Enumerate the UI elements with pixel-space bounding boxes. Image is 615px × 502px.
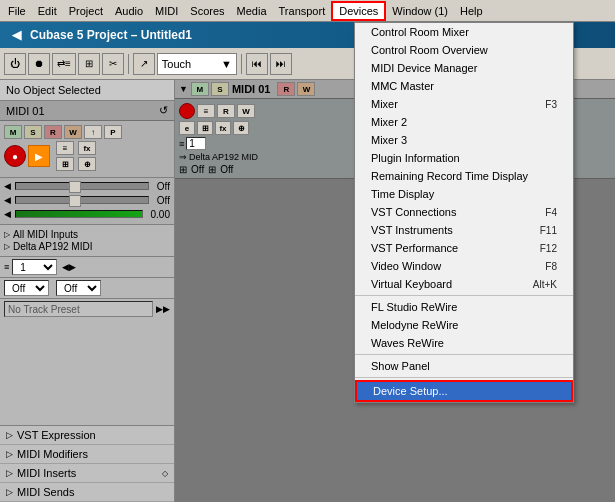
toolbar-grid-btn[interactable]: ⊞: [78, 53, 100, 75]
toolbar-routing-btn[interactable]: ⇄≡: [52, 53, 76, 75]
track-ctrl3[interactable]: fx: [215, 121, 231, 135]
track-ctrl4[interactable]: ⊕: [233, 121, 249, 135]
menu-separator-21: [355, 377, 573, 378]
midi-modifiers-row[interactable]: ▷ MIDI Modifiers: [0, 445, 174, 464]
devices-menu-item-plugin-information[interactable]: Plugin Information: [355, 149, 573, 167]
track-mini-buttons: M S: [191, 82, 229, 96]
fader-off2-label: Off: [157, 195, 170, 206]
devices-menu-item-mixer-3[interactable]: Mixer 3: [355, 131, 573, 149]
devices-menu-item-remaining-record-time-display[interactable]: Remaining Record Time Display: [355, 167, 573, 185]
menu-scores[interactable]: Scores: [184, 3, 230, 19]
track-solo-btn[interactable]: S: [211, 82, 229, 96]
devices-menu-item-show-panel[interactable]: Show Panel: [355, 357, 573, 375]
midi-inputs-section: ▷ All MIDI Inputs ▷ Delta AP192 MIDI: [0, 224, 174, 256]
toolbar-scissors-btn[interactable]: ✂: [102, 53, 124, 75]
volume-fader[interactable]: [15, 210, 143, 218]
devices-menu-item-waves-rewire[interactable]: Waves ReWire: [355, 334, 573, 352]
fader-track1[interactable]: [15, 182, 149, 190]
midi-input-1: ▷ All MIDI Inputs: [4, 229, 170, 240]
menu-item-label: Control Room Overview: [371, 44, 488, 56]
menu-media[interactable]: Media: [231, 3, 273, 19]
devices-dropdown-menu[interactable]: Control Room MixerControl Room OverviewM…: [354, 22, 574, 403]
touch-mode-dropdown[interactable]: Touch ▼: [157, 53, 237, 75]
track-write-btn[interactable]: W: [297, 82, 315, 96]
devices-menu-item-virtual-keyboard[interactable]: Virtual KeyboardAlt+K: [355, 275, 573, 293]
toolbar-forward-btn[interactable]: ⏭: [270, 53, 292, 75]
midi-sends-row[interactable]: ▷ MIDI Sends: [0, 483, 174, 502]
devices-menu-item-vst-instruments[interactable]: VST InstrumentsF11: [355, 221, 573, 239]
fader-handle2[interactable]: [69, 195, 81, 207]
menu-help[interactable]: Help: [454, 3, 489, 19]
write-button[interactable]: W: [64, 125, 82, 139]
off-select-2[interactable]: Off: [56, 280, 101, 296]
refresh-icon[interactable]: ↺: [159, 104, 168, 117]
track-preset-dropdown[interactable]: No Track Preset: [4, 301, 153, 317]
monitor-button[interactable]: ▶: [28, 145, 50, 167]
menu-item-label: Plugin Information: [371, 152, 460, 164]
devices-menu-item-control-room-overview[interactable]: Control Room Overview: [355, 41, 573, 59]
devices-menu-item-video-window[interactable]: Video WindowF8: [355, 257, 573, 275]
devices-menu-item-fl-studio-rewire[interactable]: FL Studio ReWire: [355, 298, 573, 316]
menu-file[interactable]: File: [2, 3, 32, 19]
menu-transport[interactable]: Transport: [273, 3, 332, 19]
menu-edit[interactable]: Edit: [32, 3, 63, 19]
midi-input-label-2: Delta AP192 MIDI: [13, 241, 92, 252]
fx-btn2[interactable]: ⊕: [78, 157, 96, 171]
eq-btn2[interactable]: ⊞: [56, 157, 74, 171]
fader-handle1[interactable]: [69, 181, 81, 193]
menu-window[interactable]: Window (1): [386, 3, 454, 19]
devices-menu-item-mmc-master[interactable]: MMC Master: [355, 77, 573, 95]
devices-menu-item-vst-performance[interactable]: VST PerformanceF12: [355, 239, 573, 257]
menu-item-label: VST Connections: [371, 206, 456, 218]
midi-modifiers-label: MIDI Modifiers: [17, 448, 88, 460]
track-mute-btn[interactable]: M: [191, 82, 209, 96]
read-button[interactable]: R: [44, 125, 62, 139]
midi-input-2: ▷ Delta AP192 MIDI: [4, 241, 170, 252]
menu-item-label: Video Window: [371, 260, 441, 272]
track-fx1[interactable]: R: [217, 104, 235, 118]
toolbar-cursor-btn[interactable]: ↗: [133, 53, 155, 75]
devices-menu-item-control-room-mixer[interactable]: Control Room Mixer: [355, 23, 573, 41]
toolbar-rewind-btn[interactable]: ⏮: [246, 53, 268, 75]
menu-project[interactable]: Project: [63, 3, 109, 19]
toolbar-record-btn[interactable]: ⏺: [28, 53, 50, 75]
record-button[interactable]: ●: [4, 145, 26, 167]
eq-btn1[interactable]: ≡: [56, 141, 74, 155]
devices-menu-item-midi-device-manager[interactable]: MIDI Device Manager: [355, 59, 573, 77]
track-fx2[interactable]: W: [237, 104, 255, 118]
toolbar-power-btn[interactable]: ⏻: [4, 53, 26, 75]
channel-select[interactable]: 1: [12, 259, 57, 275]
devices-menu-item-melodyne-rewire[interactable]: Melodyne ReWire: [355, 316, 573, 334]
devices-menu-item-vst-connections[interactable]: VST ConnectionsF4: [355, 203, 573, 221]
track-eq1[interactable]: ≡: [197, 104, 215, 118]
fx-btn1[interactable]: fx: [78, 141, 96, 155]
vst-expression-label: VST Expression: [17, 429, 96, 441]
track-record-btn[interactable]: [179, 103, 195, 119]
arrow-modifiers-icon: ▷: [6, 449, 13, 459]
extra-btn[interactable]: ↑: [84, 125, 102, 139]
devices-menu-item-time-display[interactable]: Time Display: [355, 185, 573, 203]
record-row: ● ▶ ≡ ⊞ fx ⊕: [4, 141, 170, 171]
solo-button[interactable]: S: [24, 125, 42, 139]
devices-menu-item-mixer-2[interactable]: Mixer 2: [355, 113, 573, 131]
menu-item-label: FL Studio ReWire: [371, 301, 457, 313]
extra-btn2[interactable]: P: [104, 125, 122, 139]
track-read-btn[interactable]: R: [277, 82, 295, 96]
devices-menu-item-mixer[interactable]: MixerF3: [355, 95, 573, 113]
menu-item-label: Mixer 3: [371, 134, 407, 146]
arrow-vst-icon: ▷: [6, 430, 13, 440]
track-ctrl2[interactable]: ⊞: [197, 121, 213, 135]
track-ctrl1[interactable]: e: [179, 121, 195, 135]
menu-audio[interactable]: Audio: [109, 3, 149, 19]
expand-icon[interactable]: ▼: [179, 84, 188, 94]
menu-devices[interactable]: Devices: [331, 1, 386, 21]
midi-inserts-row[interactable]: ▷ MIDI Inserts ◇: [0, 464, 174, 483]
preset-arrow-icon[interactable]: ▶▶: [156, 304, 170, 314]
vst-expression-row[interactable]: ▷ VST Expression: [0, 426, 174, 445]
fader-track2[interactable]: [15, 196, 149, 204]
menu-midi[interactable]: MIDI: [149, 3, 184, 19]
off-select-1[interactable]: Off: [4, 280, 49, 296]
mute-button[interactable]: M: [4, 125, 22, 139]
off-row: Off Off: [0, 277, 174, 298]
devices-menu-item-device-setup---[interactable]: Device Setup...: [355, 380, 573, 402]
